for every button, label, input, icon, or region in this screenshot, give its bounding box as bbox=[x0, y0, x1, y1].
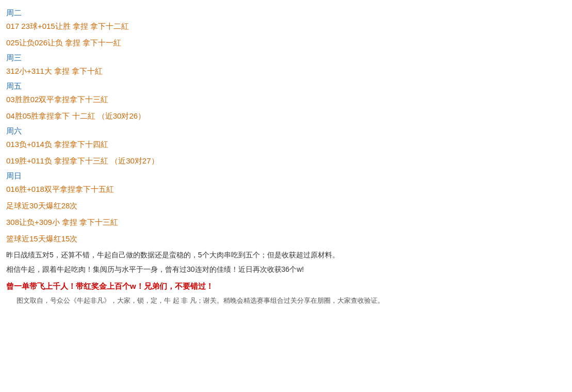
day-wednesday-header: 周三 bbox=[6, 53, 566, 63]
friday-line-1: 03胜胜02双平拿捏拿下十三紅 bbox=[6, 93, 566, 106]
day-sunday: 周日 016胜+018双平拿捏拿下十五紅 足球近30天爆红28次 308让负+3… bbox=[6, 171, 566, 245]
sunday-stat-basketball: 篮球近15天爆红15次 bbox=[6, 233, 566, 245]
day-friday-header: 周五 bbox=[6, 81, 566, 91]
sunday-stat-football: 足球近30天爆红28次 bbox=[6, 200, 566, 212]
footer-line: 图文取自，号众公《牛起非凡》，大家，锁，定，牛 起 非 凡；谢关。稍晚会精选赛事… bbox=[6, 296, 566, 306]
saturday-line-2: 019胜+011负 拿捏拿下十三紅 （近30对27） bbox=[6, 155, 566, 167]
content-container: 周二 017 23球+015让胜 拿捏 拿下十二紅 025让负026让负 拿捏 … bbox=[6, 8, 566, 306]
friday-line-2: 04胜05胜拿捏拿下 十二紅 （近30对26） bbox=[6, 110, 566, 122]
day-saturday-header: 周六 bbox=[6, 126, 566, 136]
day-wednesday: 周三 312小+311大 拿捏 拿下十紅 bbox=[6, 53, 566, 77]
day-tuesday: 周二 017 23球+015让胜 拿捏 拿下十二紅 025让负026让负 拿捏 … bbox=[6, 8, 566, 49]
tuesday-line-1: 017 23球+015让胜 拿捏 拿下十二紅 bbox=[6, 20, 566, 32]
promo-line: 曾一单带飞上千人！带红奖金上百个w！兄弟们，不要错过！ bbox=[6, 280, 566, 292]
desc-line-1: 昨日战绩五对5，还算不错，牛起自己做的数据还是蛮稳的，5个大肉串吃到五个；但是收… bbox=[6, 249, 566, 262]
sunday-line-2: 308让负+309小 拿捏 拿下十三紅 bbox=[6, 216, 566, 228]
saturday-line-1: 013负+014负 拿捏拿下十四紅 bbox=[6, 138, 566, 151]
tuesday-line-2: 025让负026让负 拿捏 拿下十一紅 bbox=[6, 37, 566, 49]
wednesday-line-1: 312小+311大 拿捏 拿下十紅 bbox=[6, 65, 566, 77]
day-tuesday-header: 周二 bbox=[6, 8, 566, 18]
day-sunday-header: 周日 bbox=[6, 171, 566, 181]
desc-line-2: 相信牛起，跟着牛起吃肉！集阅历与水平于一身，曾有过30连对的佳绩！近日再次收获3… bbox=[6, 264, 566, 276]
sunday-line-1: 016胜+018双平拿捏拿下十五紅 bbox=[6, 183, 566, 195]
day-saturday: 周六 013负+014负 拿捏拿下十四紅 019胜+011负 拿捏拿下十三紅 （… bbox=[6, 126, 566, 167]
day-friday: 周五 03胜胜02双平拿捏拿下十三紅 04胜05胜拿捏拿下 十二紅 （近30对2… bbox=[6, 81, 566, 122]
